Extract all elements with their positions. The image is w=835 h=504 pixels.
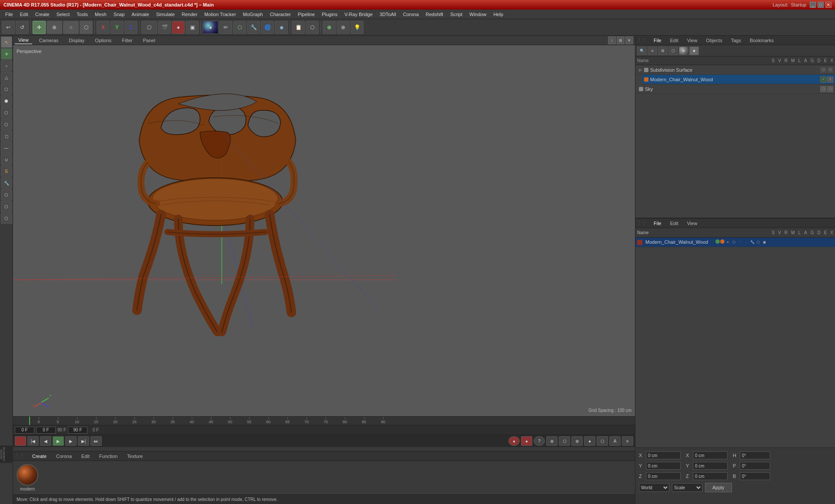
pb-play[interactable]: ▶ xyxy=(53,436,64,446)
om-icon-filter[interactable]: ≡ xyxy=(648,46,657,55)
mat-tab-function[interactable]: Function xyxy=(96,453,121,460)
sidebar-move[interactable]: ✛ xyxy=(1,48,12,60)
am-row-chair[interactable]: Modern_Chair_Walnut_Wood ≡ ⬡ · · 🔧 ⬡ ▣ xyxy=(635,238,835,247)
mat-tab-corona[interactable]: Corona xyxy=(53,453,75,460)
toolbar-snap2[interactable]: ⬡ xyxy=(306,21,319,34)
om-tab-bookmarks[interactable]: Bookmarks xyxy=(746,37,777,44)
sidebar-select[interactable]: ↖ xyxy=(1,36,12,48)
om-row-subdivision[interactable]: ▶ Subdivision Surface ⬡ ⬡ xyxy=(635,65,835,75)
sidebar-scale[interactable]: △ xyxy=(1,72,12,83)
sidebar-rect[interactable]: ◻ xyxy=(1,130,12,142)
close-button[interactable]: ✕ xyxy=(825,2,832,8)
coord-z-pos[interactable] xyxy=(646,472,681,480)
menu-select[interactable]: Select xyxy=(53,11,73,18)
coord-y-pos[interactable] xyxy=(646,462,681,470)
pb-goto-start[interactable]: |◀ xyxy=(27,436,39,446)
vp-tab-options[interactable]: Options xyxy=(91,37,115,44)
coord-apply-button[interactable]: Apply xyxy=(705,483,732,492)
om-tab-edit[interactable]: Edit xyxy=(667,37,682,44)
toolbar-render2[interactable]: ▣ xyxy=(186,21,199,34)
sidebar-s[interactable]: S xyxy=(1,166,12,177)
pb-question[interactable]: ? xyxy=(534,436,545,446)
om-render-subdivision[interactable]: ⬡ xyxy=(827,67,833,73)
mat-tab-create[interactable]: Create xyxy=(29,453,50,460)
am-icon6[interactable]: ⬡ xyxy=(755,239,761,245)
coord-space-dropdown[interactable]: World Local xyxy=(639,483,669,492)
sidebar-wrench[interactable]: 🔧 xyxy=(1,177,12,189)
frame-current-input[interactable] xyxy=(36,427,56,434)
menu-edit[interactable]: Edit xyxy=(17,11,32,18)
am-orange-dot[interactable] xyxy=(720,239,725,244)
menu-mograph[interactable]: MoGraph xyxy=(240,11,267,18)
toolbar-move[interactable]: ✛ xyxy=(33,21,46,34)
sidebar-polygon[interactable]: ⬡ xyxy=(1,83,12,95)
toolbar-y-axis[interactable]: Y xyxy=(110,21,124,34)
viewport[interactable]: Perspective Grid Spacing : 100 cm X Y Z xyxy=(13,45,635,416)
vp-tab-display[interactable]: Display xyxy=(65,37,88,44)
toolbar-undo[interactable]: ↩ xyxy=(2,21,15,34)
pb-keyframe-del[interactable]: ⊗ xyxy=(571,436,583,446)
menu-3dtoall[interactable]: 3DToAll xyxy=(376,11,400,18)
menu-script[interactable]: Script xyxy=(447,11,466,18)
menu-file[interactable]: File xyxy=(2,11,17,18)
sidebar-obj[interactable]: ⬡ xyxy=(1,119,12,130)
toolbar-paint[interactable]: ✏ xyxy=(219,21,232,34)
am-tab-file[interactable]: File xyxy=(650,220,665,227)
om-icon-search[interactable]: 🔍 xyxy=(637,46,647,55)
om-tab-tags[interactable]: Tags xyxy=(728,37,745,44)
pb-goto-end[interactable]: ▶| xyxy=(78,436,89,446)
coord-h-val[interactable] xyxy=(740,451,770,459)
menu-snap[interactable]: Snap xyxy=(110,11,128,18)
toolbar-render[interactable]: ● xyxy=(172,21,185,34)
menu-animate[interactable]: Animate xyxy=(128,11,153,18)
om-tag-chair[interactable]: T xyxy=(827,76,833,83)
toolbar-texture[interactable]: ⬡ xyxy=(233,21,246,34)
am-tab-view[interactable]: View xyxy=(684,220,701,227)
frame-end-input[interactable] xyxy=(68,427,87,434)
pb-keyframe-sel[interactable]: ⬡ xyxy=(559,436,570,446)
toolbar-render-region[interactable]: 🎬 xyxy=(158,21,171,34)
frame-start-input[interactable] xyxy=(15,427,34,434)
toolbar-sculpt[interactable]: 🔧 xyxy=(247,21,260,34)
am-icon1[interactable]: ≡ xyxy=(725,239,731,245)
menu-vray[interactable]: V-Ray Bridge xyxy=(341,11,376,18)
toolbar-light[interactable]: 💡 xyxy=(351,21,364,34)
am-tab-edit[interactable]: Edit xyxy=(667,220,682,227)
sidebar-line[interactable]: — xyxy=(1,142,12,153)
om-vis-sky[interactable]: ⬡ xyxy=(820,86,826,92)
om-icon-settings[interactable]: ⚙ xyxy=(658,46,668,55)
menu-pipeline[interactable]: Pipeline xyxy=(294,11,318,18)
pb-end[interactable]: ⏭ xyxy=(90,436,102,446)
toolbar-poly[interactable]: ⬡ xyxy=(141,21,157,34)
menu-render[interactable]: Render xyxy=(178,11,201,18)
toolbar-loop[interactable]: 🌀 xyxy=(261,21,274,34)
menu-create[interactable]: Create xyxy=(32,11,53,18)
toolbar-diamond[interactable]: ◆ xyxy=(275,21,288,34)
toolbar-material-sphere[interactable]: ● xyxy=(203,21,218,34)
coord-p-val[interactable] xyxy=(740,462,770,470)
om-icon-col2[interactable]: ■ xyxy=(689,46,699,55)
coord-x-pos[interactable] xyxy=(646,451,681,459)
sidebar-grid3[interactable]: ⬡ xyxy=(1,212,12,224)
sidebar-point[interactable]: ⬡ xyxy=(1,107,12,118)
vp-ctrl-maximize[interactable]: ⊞ xyxy=(617,36,625,44)
toolbar-redo[interactable]: ↺ xyxy=(16,21,29,34)
window-controls[interactable]: _ □ ✕ xyxy=(810,2,832,8)
menu-help[interactable]: Help xyxy=(490,11,507,18)
menu-simulate[interactable]: Simulate xyxy=(153,11,178,18)
om-vis-chair[interactable]: ✓ xyxy=(820,76,826,83)
om-tab-file[interactable]: File xyxy=(650,37,665,44)
menu-character[interactable]: Character xyxy=(266,11,294,18)
coord-x-rot[interactable] xyxy=(693,451,728,459)
coord-y-rot[interactable] xyxy=(693,462,728,470)
toolbar-add[interactable]: ⊕ xyxy=(323,21,336,34)
toolbar-x-axis[interactable]: X xyxy=(97,21,110,34)
vp-ctrl-move[interactable]: ↕ xyxy=(608,36,616,44)
menu-corona[interactable]: Corona xyxy=(400,11,422,18)
am-icon3[interactable]: · xyxy=(737,239,743,245)
am-icon5[interactable]: 🔧 xyxy=(749,239,755,245)
om-row-sky[interactable]: Sky ⬡ ⬡ xyxy=(635,84,835,94)
coord-b-val[interactable] xyxy=(740,472,770,480)
menu-plugins[interactable]: Plugins xyxy=(318,11,341,18)
sidebar-curve[interactable]: ∪ xyxy=(1,154,12,165)
